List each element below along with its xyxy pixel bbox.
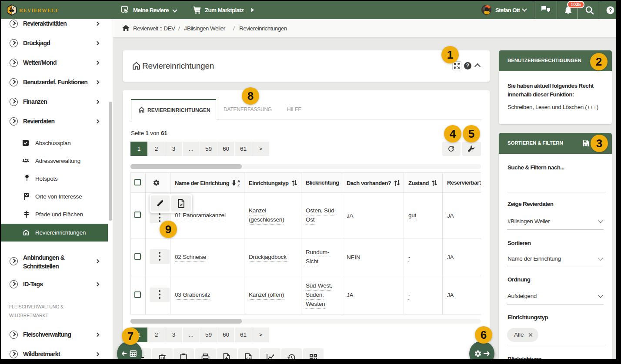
svg-text:?: ? bbox=[609, 7, 612, 13]
svg-text:Z: Z bbox=[237, 182, 240, 186]
